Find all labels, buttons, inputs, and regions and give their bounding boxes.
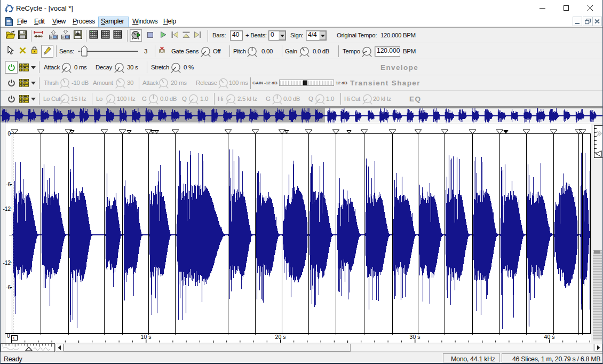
svg-text:30 s: 30 s [410, 334, 420, 340]
svg-text:40 s: 40 s [544, 334, 555, 340]
svg-text:10 s: 10 s [141, 334, 152, 340]
svg-text:20 s: 20 s [275, 334, 286, 340]
svg-text:L: L [13, 336, 16, 341]
svg-text:0: 0 [7, 333, 10, 339]
